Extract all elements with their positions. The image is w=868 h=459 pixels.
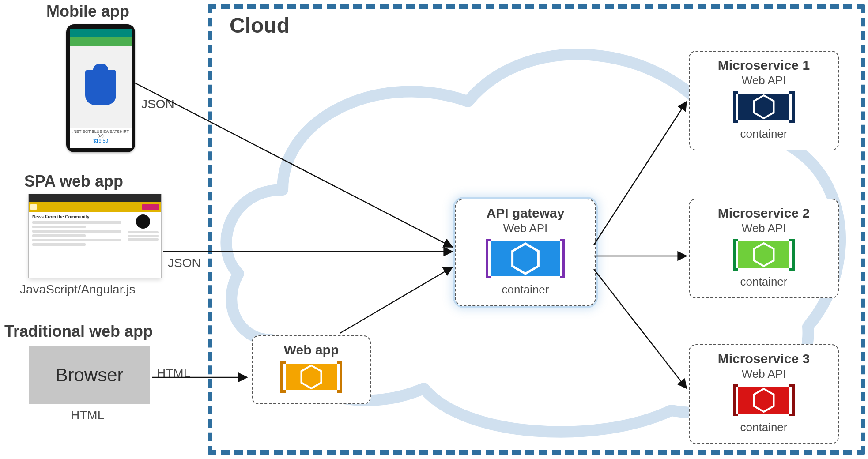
web-app-title: Web app <box>260 342 362 357</box>
traditional-tech-label: HTML <box>71 408 104 422</box>
api-gateway-card: API gateway Web API container <box>455 199 596 306</box>
api-gateway-title: API gateway <box>464 206 587 221</box>
microservice-1-container-label: container <box>698 127 830 141</box>
spa-browser-mock: News From the Community <box>29 194 161 278</box>
svg-rect-4 <box>738 94 789 120</box>
spa-avatar-icon <box>136 214 150 229</box>
microservice-1-card: Microservice 1 Web API container <box>689 51 839 150</box>
spa-news-heading: News From the Community <box>32 214 121 219</box>
microservice-3-card: Microservice 3 Web API container <box>689 344 839 444</box>
js-logo-icon <box>30 204 37 210</box>
api-gateway-api-label: Web API <box>464 222 587 235</box>
svg-rect-8 <box>738 387 789 414</box>
container-icon <box>733 91 795 123</box>
api-gateway-container-label: container <box>464 283 587 297</box>
spa-cta-button-icon <box>142 204 159 210</box>
mobile-app-heading: Mobile app <box>46 2 129 21</box>
traditional-protocol-label: HTML <box>157 366 190 380</box>
mobile-app-mock: .NET BOT BLUE SWEATSHIRT (M) $19.50 <box>66 24 135 152</box>
microservice-2-container-label: container <box>698 275 830 289</box>
mobile-protocol-label: JSON <box>141 97 174 111</box>
container-icon <box>733 384 795 416</box>
svg-rect-0 <box>286 364 337 390</box>
browser-label: Browser <box>55 365 123 386</box>
spa-heading: SPA web app <box>24 172 123 191</box>
microservice-3-api-label: Web API <box>698 367 830 381</box>
svg-rect-2 <box>491 241 560 276</box>
spa-protocol-label: JSON <box>168 256 201 270</box>
container-icon <box>486 239 565 278</box>
hoodie-icon <box>85 70 116 105</box>
microservice-2-card: Microservice 2 Web API container <box>689 199 839 298</box>
product-caption: .NET BOT BLUE SWEATSHIRT (M) <box>70 129 132 138</box>
container-icon <box>280 361 342 393</box>
browser-block: Browser <box>29 346 150 404</box>
spa-tech-label: JavaScript/Angular.js <box>20 282 135 297</box>
svg-rect-6 <box>738 241 789 268</box>
microservice-1-api-label: Web API <box>698 74 830 87</box>
traditional-heading: Traditional web app <box>4 322 153 341</box>
microservice-2-title: Microservice 2 <box>698 206 830 221</box>
container-icon <box>733 239 795 271</box>
microservice-3-container-label: container <box>698 421 830 434</box>
microservice-3-title: Microservice 3 <box>698 351 830 366</box>
cloud-title: Cloud <box>230 13 290 38</box>
microservice-1-title: Microservice 1 <box>698 58 830 73</box>
web-app-card: Web app <box>252 335 371 404</box>
diagram-canvas: Cloud Mobile app .NET BOT BLUE SWEATSHIR… <box>0 0 868 459</box>
microservice-2-api-label: Web API <box>698 222 830 235</box>
product-price: $19.50 <box>70 138 132 143</box>
